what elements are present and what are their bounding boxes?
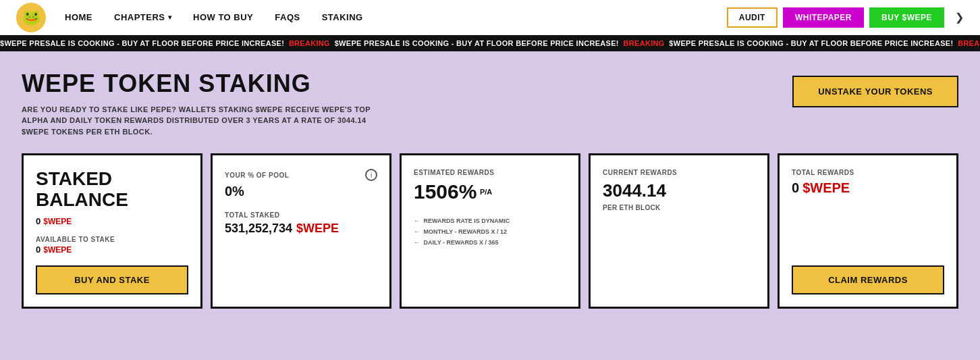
reward-note-3-text: DAILY - REWARDS X / 365 xyxy=(424,239,499,246)
buy-and-stake-button[interactable]: BUY AND STAKE xyxy=(36,265,188,294)
page-header-left: WEPE TOKEN STAKING ARE YOU READY TO STAK… xyxy=(22,70,373,137)
available-amount: 0 xyxy=(36,245,40,255)
total-rewards-currency: $WEPE xyxy=(802,180,850,196)
available-label: AVAILABLE TO STAKE xyxy=(36,236,188,243)
cards-row: STAKED BALANCE 0 $WEPE AVAILABLE TO STAK… xyxy=(22,153,958,309)
rewards-notes: ← REWARDS RATE IS DYNAMIC ← MONTHLY - RE… xyxy=(414,215,566,249)
reward-note-1: ← REWARDS RATE IS DYNAMIC xyxy=(414,215,566,226)
pool-header-row: YOUR % OF POOL i xyxy=(225,169,377,181)
staked-amount: 0 xyxy=(36,216,40,226)
nav-links: HOME CHAPTERS ▾ HOW TO BUY FAQS STAKING xyxy=(65,12,727,22)
staked-balance-title: STAKED BALANCE xyxy=(36,169,188,211)
buy-swepe-button[interactable]: BUY $WEPE xyxy=(869,7,944,28)
pool-label: YOUR % OF POOL xyxy=(225,172,289,179)
total-staked-currency: $WEPE xyxy=(296,222,339,236)
staked-title-line1: STAKED xyxy=(36,168,112,189)
estimated-rewards-pa: P/A xyxy=(480,188,492,196)
estimated-rewards-label: ESTIMATED REWARDS xyxy=(414,169,566,176)
nav-staking[interactable]: STAKING xyxy=(322,12,363,22)
ticker-bar: $WEPE PRESALE IS COOKING - BUY AT FLOOR … xyxy=(0,35,980,51)
ticker-text-2: $WEPE PRESALE IS COOKING - BUY AT FLOOR … xyxy=(335,39,624,47)
arrow-icon-3: ← xyxy=(414,239,420,246)
staked-balance-card: STAKED BALANCE 0 $WEPE AVAILABLE TO STAK… xyxy=(22,153,202,309)
estimated-rewards-value: 1506% xyxy=(414,180,477,203)
total-staked-amount: 531,252,734 xyxy=(225,222,292,236)
total-rewards-label: TOTAL REWARDS xyxy=(792,169,944,176)
unstake-button[interactable]: UNSTAKE YOUR TOKENS xyxy=(792,76,958,107)
current-rewards-card: CURRENT REWARDS 3044.14 PER ETH BLOCK xyxy=(589,153,769,309)
nav-faqs[interactable]: FAQS xyxy=(275,12,300,22)
ticker-text-1: $WEPE PRESALE IS COOKING - BUY AT FLOOR … xyxy=(0,39,289,47)
info-icon[interactable]: i xyxy=(365,169,377,181)
ticker-breaking-2: BREAKING xyxy=(624,39,670,47)
ticker-text-3: $WEPE PRESALE IS COOKING - BUY AT FLOOR … xyxy=(669,39,958,47)
main-content: WEPE TOKEN STAKING ARE YOU READY TO STAK… xyxy=(0,51,980,325)
navbar-actions: AUDIT WHITEPAPER BUY $WEPE ❯ xyxy=(727,7,964,28)
page-subtitle: ARE YOU READY TO STAKE LIKE PEPE? WALLET… xyxy=(22,104,373,138)
estimated-rewards-card: ESTIMATED REWARDS 1506% P/A ← REWARDS RA… xyxy=(400,153,580,309)
claim-rewards-button[interactable]: CLAIM REWARDS xyxy=(792,265,944,294)
page-header: WEPE TOKEN STAKING ARE YOU READY TO STAK… xyxy=(22,70,958,137)
ticker-breaking-1: BREAKING xyxy=(289,39,335,47)
audit-button[interactable]: AUDIT xyxy=(727,7,778,28)
arrow-icon-2: ← xyxy=(414,228,420,235)
available-currency: $WEPE xyxy=(43,245,72,255)
navbar: 🐸 HOME CHAPTERS ▾ HOW TO BUY FAQS STAKIN… xyxy=(0,0,980,35)
ticker-inner: $WEPE PRESALE IS COOKING - BUY AT FLOOR … xyxy=(0,39,980,47)
staked-currency: $WEPE xyxy=(43,217,72,226)
per-eth-block-label: PER ETH BLOCK xyxy=(603,204,755,211)
reward-note-2: ← MONTHLY - REWARDS X / 12 xyxy=(414,226,566,237)
pool-pct: 0% xyxy=(225,184,377,199)
whitepaper-button[interactable]: WHITEPAPER xyxy=(783,7,864,28)
reward-note-3: ← DAILY - REWARDS X / 365 xyxy=(414,237,566,248)
total-rewards-value: 0 xyxy=(792,180,799,196)
current-rewards-value: 3044.14 xyxy=(603,180,666,201)
nav-how-to-buy[interactable]: HOW TO BUY xyxy=(193,12,253,22)
arrow-icon-1: ← xyxy=(414,217,420,224)
total-staked-label: TOTAL STAKED xyxy=(225,211,377,219)
logo[interactable]: 🐸 xyxy=(16,3,46,32)
total-rewards-card: TOTAL REWARDS 0 $WEPE CLAIM REWARDS xyxy=(778,153,958,309)
reward-note-1-text: REWARDS RATE IS DYNAMIC xyxy=(424,217,510,224)
logo-emoji: 🐸 xyxy=(22,9,40,26)
chapters-chevron-icon: ▾ xyxy=(168,14,172,21)
nav-home[interactable]: HOME xyxy=(65,12,92,22)
pool-card: YOUR % OF POOL i 0% TOTAL STAKED 531,252… xyxy=(211,153,391,309)
chapters-label: CHAPTERS xyxy=(114,12,165,22)
staked-title-line2: BALANCE xyxy=(36,189,128,210)
nav-chapters[interactable]: CHAPTERS ▾ xyxy=(114,12,171,22)
page-title: WEPE TOKEN STAKING xyxy=(22,70,373,97)
ticker-breaking-3: BREAKING xyxy=(958,39,980,47)
current-rewards-label: CURRENT REWARDS xyxy=(603,169,755,176)
reward-note-2-text: MONTHLY - REWARDS X / 12 xyxy=(424,228,508,235)
nav-expand-button[interactable]: ❯ xyxy=(955,11,964,24)
